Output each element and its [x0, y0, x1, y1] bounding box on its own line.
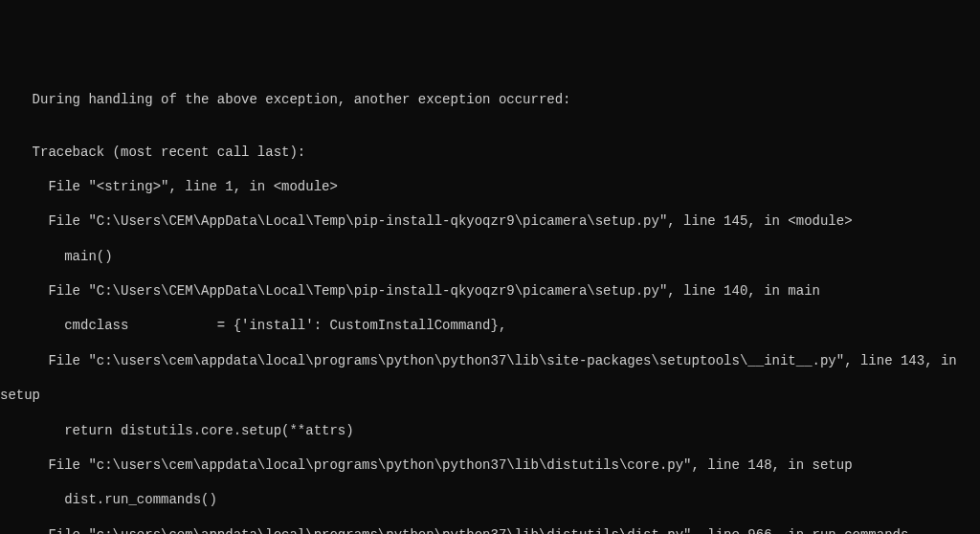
traceback-line: Traceback (most recent call last):: [0, 144, 980, 161]
traceback-line: File "C:\Users\CEM\AppData\Local\Temp\pi…: [0, 212, 980, 230]
traceback-line: File "C:\Users\CEM\AppData\Local\Temp\pi…: [0, 282, 980, 300]
traceback-line: main(): [0, 248, 980, 265]
traceback-line: File "c:\users\cem\appdata\local\program…: [0, 352, 980, 369]
traceback-line: return distutils.core.setup(**attrs): [0, 422, 980, 439]
traceback-line: dist.run_commands(): [0, 491, 980, 508]
traceback-line: cmdclass = {'install': CustomInstallComm…: [0, 317, 980, 334]
traceback-line: File "c:\users\cem\appdata\local\program…: [0, 526, 980, 534]
traceback-line: File "<string>", line 1, in <module>: [0, 178, 980, 195]
traceback-line: File "c:\users\cem\appdata\local\program…: [0, 456, 980, 474]
traceback-line: setup: [0, 387, 980, 404]
traceback-line: During handling of the above exception, …: [0, 91, 980, 108]
terminal-output[interactable]: During handling of the above exception, …: [0, 74, 980, 534]
